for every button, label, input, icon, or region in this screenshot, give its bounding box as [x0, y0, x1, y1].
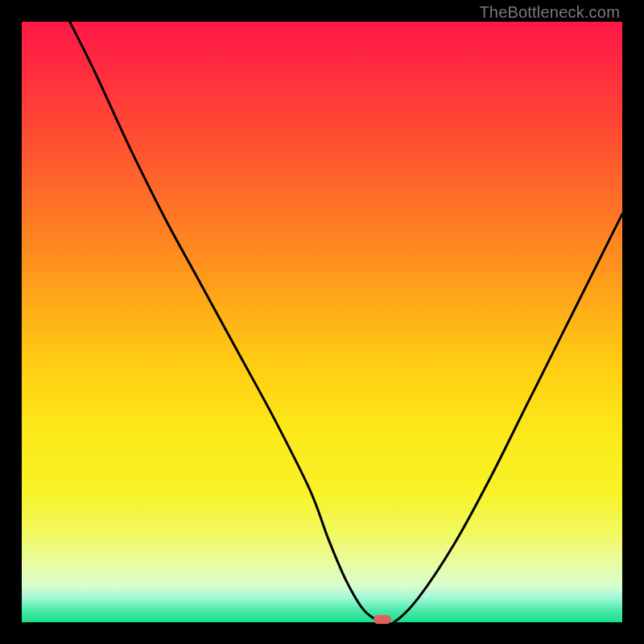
bottleneck-curve [70, 22, 622, 622]
chart-frame: TheBottleneck.com [0, 0, 644, 644]
optimal-marker [374, 615, 391, 624]
plot-area [22, 22, 622, 622]
curve-layer [22, 22, 622, 622]
watermark-text: TheBottleneck.com [479, 3, 620, 22]
